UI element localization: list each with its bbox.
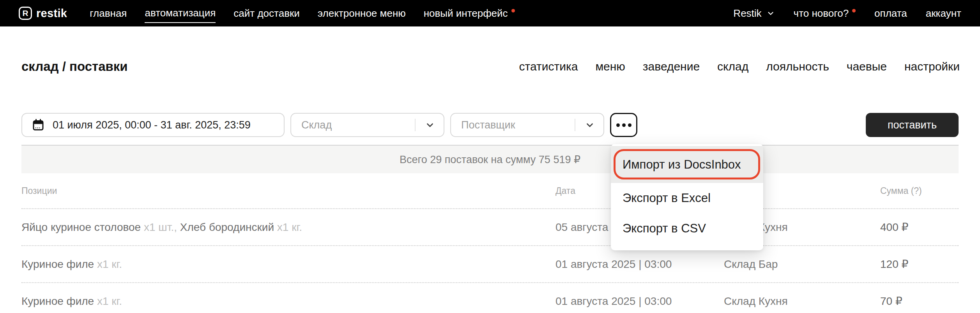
cell-warehouse: Склад Бар [724, 258, 880, 271]
chevron-down-icon [425, 120, 435, 130]
topnav-item-whats-new[interactable]: что нового? [794, 4, 856, 23]
topnav-main-links: главная автоматизация сайт доставки элек… [90, 4, 515, 23]
subnav-item-settings[interactable]: настройки [904, 60, 960, 73]
cell-sum: 120 ₽ [880, 258, 959, 271]
position-name: Куриное филе [21, 295, 97, 307]
ellipsis-icon [628, 123, 632, 127]
restik-logo-text: restik [36, 7, 67, 20]
select-divider [575, 119, 575, 131]
topnav-item-payment[interactable]: оплата [874, 4, 907, 23]
more-actions-button[interactable] [610, 113, 637, 137]
position-name: Хлеб бородинский [180, 221, 277, 233]
cell-positions: Куриное филе x1 кг. [21, 295, 555, 308]
menu-item-import-docsinbox[interactable]: Импорт из DocsInbox [611, 146, 763, 183]
table-row[interactable]: Яйцо куриное столовое x1 шт., Хлеб бород… [21, 208, 959, 245]
subnav-item-venue[interactable]: заведение [643, 60, 700, 73]
cell-sum: 400 ₽ [880, 221, 959, 234]
topnav-item-delivery-site[interactable]: сайт доставки [234, 4, 300, 23]
topnav-item-automation[interactable]: автоматизация [145, 4, 216, 23]
cell-date: 01 августа 2025 | 03:00 [555, 295, 724, 308]
column-header-positions: Позиции [21, 186, 555, 196]
subnav-item-tips[interactable]: чаевые [847, 60, 887, 73]
menu-item-label: Импорт из DocsInbox [623, 158, 741, 172]
more-actions-menu: Импорт из DocsInbox Экспорт в Excel Эксп… [611, 144, 763, 250]
subnav-item-warehouse[interactable]: склад [717, 60, 748, 73]
new-badge-dot [852, 9, 856, 12]
chevron-down-icon [766, 9, 775, 18]
supplies-summary-bar: Всего 29 поставок на сумму 75 519 ₽ [21, 145, 959, 173]
supplies-summary-text: Всего 29 поставок на сумму 75 519 ₽ [400, 153, 580, 166]
subnav-item-loyalty[interactable]: лояльность [766, 60, 829, 73]
position-quantity: x1 кг. [277, 221, 302, 233]
menu-item-export-csv[interactable]: Экспорт в CSV [611, 213, 763, 244]
position-quantity: x1 кг. [97, 258, 122, 270]
page-title: склад / поставки [21, 59, 128, 74]
restik-logo-icon: R [19, 7, 32, 20]
calendar-icon [32, 119, 44, 131]
cell-date: 01 августа 2025 | 03:00 [555, 258, 724, 271]
cell-positions: Яйцо куриное столовое x1 шт., Хлеб бород… [21, 221, 555, 234]
topnav-right-links: Restik что нового? оплата аккаунт [733, 4, 961, 23]
menu-item-export-excel[interactable]: Экспорт в Excel [611, 183, 763, 213]
menu-item-label: Экспорт в Excel [623, 191, 711, 205]
date-range-value: 01 июля 2025, 00:00 - 31 авг. 2025, 23:5… [53, 119, 251, 131]
filters-row: 01 июля 2025, 00:00 - 31 авг. 2025, 23:5… [21, 113, 959, 137]
top-navigation-bar: R restik главная автоматизация сайт дост… [0, 0, 980, 26]
select-divider [415, 119, 416, 131]
column-header-sum: Сумма (?) [880, 186, 959, 196]
topnav-item-whats-new-label: что нового? [794, 7, 849, 19]
cell-positions: Куриное филе x1 кг. [21, 258, 555, 271]
workspace-name: Restik [733, 7, 761, 19]
create-supply-button[interactable]: поставить [866, 113, 959, 137]
supplies-table: Позиции Дата Сумма (?) Яйцо куриное стол… [21, 173, 959, 313]
warehouse-select[interactable]: Склад [290, 113, 444, 137]
cell-sum: 70 ₽ [880, 295, 959, 308]
position-name: Яйцо куриное столовое [21, 221, 144, 233]
topnav-item-emenu[interactable]: электронное меню [318, 4, 406, 23]
table-header-row: Позиции Дата Сумма (?) [21, 173, 959, 208]
page-header: склад / поставки статистика меню заведен… [21, 59, 960, 74]
cell-warehouse: Склад Кухня [724, 295, 880, 308]
chevron-down-icon [585, 120, 595, 130]
topnav-item-home[interactable]: главная [90, 4, 127, 23]
topnav-item-new-interface[interactable]: новый интерфейс [424, 4, 515, 23]
supplier-select-placeholder: Поставщик [461, 119, 515, 131]
subnav-item-statistics[interactable]: статистика [519, 60, 578, 73]
restik-logo[interactable]: R restik [19, 7, 67, 20]
topnav-item-new-interface-label: новый интерфейс [424, 7, 508, 19]
section-navigation: статистика меню заведение склад лояльнос… [519, 60, 960, 73]
position-quantity: x1 шт., [144, 221, 180, 233]
position-quantity: x1 кг. [97, 295, 122, 307]
workspace-switcher[interactable]: Restik [733, 7, 775, 19]
ellipsis-icon [622, 123, 626, 127]
menu-item-label: Экспорт в CSV [623, 222, 706, 236]
position-name: Куриное филе [21, 258, 97, 270]
subnav-item-menu[interactable]: меню [595, 60, 625, 73]
warehouse-select-placeholder: Склад [301, 119, 332, 131]
ellipsis-icon [616, 123, 620, 127]
new-badge-dot [511, 9, 515, 12]
supplier-select[interactable]: Поставщик [450, 113, 604, 137]
date-range-picker[interactable]: 01 июля 2025, 00:00 - 31 авг. 2025, 23:5… [21, 113, 285, 137]
table-row[interactable]: Куриное филе x1 кг. 01 августа 2025 | 03… [21, 282, 959, 313]
topnav-item-account[interactable]: аккаунт [926, 4, 961, 23]
table-row[interactable]: Куриное филе x1 кг. 01 августа 2025 | 03… [21, 245, 959, 282]
